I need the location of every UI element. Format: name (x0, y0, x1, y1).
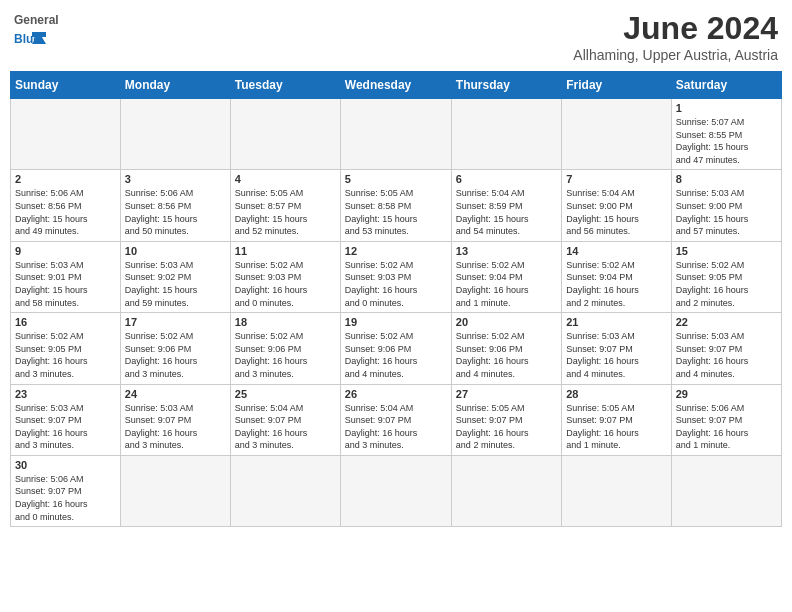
calendar-week-row: 30Sunrise: 5:06 AM Sunset: 9:07 PM Dayli… (11, 455, 782, 526)
sun-info: Sunrise: 5:02 AM Sunset: 9:06 PM Dayligh… (235, 330, 336, 380)
day-header-friday: Friday (562, 72, 671, 99)
day-header-monday: Monday (120, 72, 230, 99)
location-subtitle: Allhaming, Upper Austria, Austria (573, 47, 778, 63)
title-section: June 2024 Allhaming, Upper Austria, Aust… (573, 10, 778, 63)
calendar-cell: 4Sunrise: 5:05 AM Sunset: 8:57 PM Daylig… (230, 170, 340, 241)
sun-info: Sunrise: 5:02 AM Sunset: 9:06 PM Dayligh… (125, 330, 226, 380)
day-number: 17 (125, 316, 226, 328)
day-number: 9 (15, 245, 116, 257)
calendar-cell: 19Sunrise: 5:02 AM Sunset: 9:06 PM Dayli… (340, 313, 451, 384)
calendar-header-row: SundayMondayTuesdayWednesdayThursdayFrid… (11, 72, 782, 99)
calendar-cell: 2Sunrise: 5:06 AM Sunset: 8:56 PM Daylig… (11, 170, 121, 241)
calendar-week-row: 23Sunrise: 5:03 AM Sunset: 9:07 PM Dayli… (11, 384, 782, 455)
logo: General Blue (14, 10, 58, 44)
day-number: 28 (566, 388, 666, 400)
calendar-cell: 7Sunrise: 5:04 AM Sunset: 9:00 PM Daylig… (562, 170, 671, 241)
day-header-saturday: Saturday (671, 72, 781, 99)
sun-info: Sunrise: 5:03 AM Sunset: 9:07 PM Dayligh… (125, 402, 226, 452)
sun-info: Sunrise: 5:05 AM Sunset: 9:07 PM Dayligh… (456, 402, 557, 452)
day-header-sunday: Sunday (11, 72, 121, 99)
calendar-cell: 16Sunrise: 5:02 AM Sunset: 9:05 PM Dayli… (11, 313, 121, 384)
day-number: 30 (15, 459, 116, 471)
day-number: 15 (676, 245, 777, 257)
day-number: 12 (345, 245, 447, 257)
day-header-tuesday: Tuesday (230, 72, 340, 99)
day-number: 13 (456, 245, 557, 257)
day-number: 1 (676, 102, 777, 114)
sun-info: Sunrise: 5:03 AM Sunset: 9:07 PM Dayligh… (566, 330, 666, 380)
day-number: 11 (235, 245, 336, 257)
calendar-cell (451, 455, 561, 526)
sun-info: Sunrise: 5:07 AM Sunset: 8:55 PM Dayligh… (676, 116, 777, 166)
calendar-cell: 6Sunrise: 5:04 AM Sunset: 8:59 PM Daylig… (451, 170, 561, 241)
calendar-cell: 27Sunrise: 5:05 AM Sunset: 9:07 PM Dayli… (451, 384, 561, 455)
calendar-cell: 17Sunrise: 5:02 AM Sunset: 9:06 PM Dayli… (120, 313, 230, 384)
day-number: 6 (456, 173, 557, 185)
day-number: 10 (125, 245, 226, 257)
calendar-cell: 8Sunrise: 5:03 AM Sunset: 9:00 PM Daylig… (671, 170, 781, 241)
day-number: 27 (456, 388, 557, 400)
calendar-cell (120, 455, 230, 526)
day-header-wednesday: Wednesday (340, 72, 451, 99)
calendar-cell (230, 455, 340, 526)
day-number: 2 (15, 173, 116, 185)
calendar-cell: 23Sunrise: 5:03 AM Sunset: 9:07 PM Dayli… (11, 384, 121, 455)
sun-info: Sunrise: 5:06 AM Sunset: 8:56 PM Dayligh… (15, 187, 116, 237)
day-number: 14 (566, 245, 666, 257)
sun-info: Sunrise: 5:05 AM Sunset: 9:07 PM Dayligh… (566, 402, 666, 452)
calendar-cell: 28Sunrise: 5:05 AM Sunset: 9:07 PM Dayli… (562, 384, 671, 455)
calendar-cell: 29Sunrise: 5:06 AM Sunset: 9:07 PM Dayli… (671, 384, 781, 455)
sun-info: Sunrise: 5:02 AM Sunset: 9:03 PM Dayligh… (345, 259, 447, 309)
sun-info: Sunrise: 5:02 AM Sunset: 9:06 PM Dayligh… (456, 330, 557, 380)
page-header: General Blue June 2024 Allhaming, Upper … (10, 10, 782, 63)
day-number: 21 (566, 316, 666, 328)
sun-info: Sunrise: 5:03 AM Sunset: 9:07 PM Dayligh… (15, 402, 116, 452)
sun-info: Sunrise: 5:03 AM Sunset: 9:07 PM Dayligh… (676, 330, 777, 380)
sun-info: Sunrise: 5:06 AM Sunset: 9:07 PM Dayligh… (15, 473, 116, 523)
logo-container: General Blue (14, 10, 58, 44)
day-number: 23 (15, 388, 116, 400)
calendar-cell: 14Sunrise: 5:02 AM Sunset: 9:04 PM Dayli… (562, 241, 671, 312)
calendar-cell: 24Sunrise: 5:03 AM Sunset: 9:07 PM Dayli… (120, 384, 230, 455)
day-number: 3 (125, 173, 226, 185)
calendar-cell: 25Sunrise: 5:04 AM Sunset: 9:07 PM Dayli… (230, 384, 340, 455)
sun-info: Sunrise: 5:02 AM Sunset: 9:04 PM Dayligh… (456, 259, 557, 309)
calendar-cell: 21Sunrise: 5:03 AM Sunset: 9:07 PM Dayli… (562, 313, 671, 384)
sun-info: Sunrise: 5:04 AM Sunset: 9:07 PM Dayligh… (235, 402, 336, 452)
calendar-week-row: 9Sunrise: 5:03 AM Sunset: 9:01 PM Daylig… (11, 241, 782, 312)
calendar-cell: 30Sunrise: 5:06 AM Sunset: 9:07 PM Dayli… (11, 455, 121, 526)
day-number: 20 (456, 316, 557, 328)
sun-info: Sunrise: 5:02 AM Sunset: 9:05 PM Dayligh… (15, 330, 116, 380)
day-number: 24 (125, 388, 226, 400)
day-number: 18 (235, 316, 336, 328)
sun-info: Sunrise: 5:06 AM Sunset: 9:07 PM Dayligh… (676, 402, 777, 452)
sun-info: Sunrise: 5:02 AM Sunset: 9:05 PM Dayligh… (676, 259, 777, 309)
calendar-cell: 22Sunrise: 5:03 AM Sunset: 9:07 PM Dayli… (671, 313, 781, 384)
day-number: 7 (566, 173, 666, 185)
day-header-thursday: Thursday (451, 72, 561, 99)
calendar-cell: 11Sunrise: 5:02 AM Sunset: 9:03 PM Dayli… (230, 241, 340, 312)
day-number: 5 (345, 173, 447, 185)
day-number: 8 (676, 173, 777, 185)
day-number: 16 (15, 316, 116, 328)
calendar-cell (562, 455, 671, 526)
sun-info: Sunrise: 5:02 AM Sunset: 9:04 PM Dayligh… (566, 259, 666, 309)
calendar-cell: 5Sunrise: 5:05 AM Sunset: 8:58 PM Daylig… (340, 170, 451, 241)
calendar-cell: 26Sunrise: 5:04 AM Sunset: 9:07 PM Dayli… (340, 384, 451, 455)
calendar-week-row: 1Sunrise: 5:07 AM Sunset: 8:55 PM Daylig… (11, 99, 782, 170)
calendar-cell: 9Sunrise: 5:03 AM Sunset: 9:01 PM Daylig… (11, 241, 121, 312)
day-number: 25 (235, 388, 336, 400)
calendar-cell: 3Sunrise: 5:06 AM Sunset: 8:56 PM Daylig… (120, 170, 230, 241)
calendar-cell (340, 455, 451, 526)
calendar-cell (340, 99, 451, 170)
calendar-cell (120, 99, 230, 170)
month-year-title: June 2024 (573, 10, 778, 47)
sun-info: Sunrise: 5:05 AM Sunset: 8:57 PM Dayligh… (235, 187, 336, 237)
calendar-table: SundayMondayTuesdayWednesdayThursdayFrid… (10, 71, 782, 527)
calendar-cell: 12Sunrise: 5:02 AM Sunset: 9:03 PM Dayli… (340, 241, 451, 312)
calendar-cell: 20Sunrise: 5:02 AM Sunset: 9:06 PM Dayli… (451, 313, 561, 384)
calendar-week-row: 16Sunrise: 5:02 AM Sunset: 9:05 PM Dayli… (11, 313, 782, 384)
calendar-cell: 18Sunrise: 5:02 AM Sunset: 9:06 PM Dayli… (230, 313, 340, 384)
svg-text:General: General (14, 13, 58, 27)
calendar-cell (671, 455, 781, 526)
